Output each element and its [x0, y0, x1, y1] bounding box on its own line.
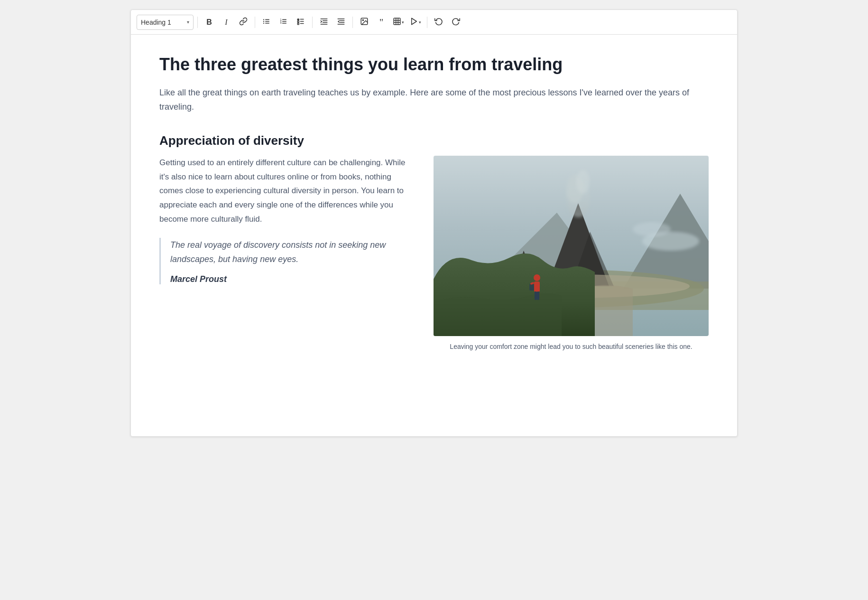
outdent-button[interactable] [333, 15, 349, 30]
svg-text:3.: 3. [280, 21, 282, 24]
bullet-list-icon [262, 17, 271, 28]
video-button[interactable]: ▾ [408, 15, 423, 30]
svg-rect-5 [265, 23, 269, 24]
left-column: Getting used to an entirely different cu… [159, 156, 415, 296]
bullet-list-button[interactable] [259, 15, 274, 30]
toolbar-divider-1 [197, 17, 198, 28]
article-title[interactable]: The three greatest things you learn from… [159, 54, 709, 76]
table-dropdown-arrow: ▾ [402, 20, 404, 25]
svg-rect-9 [282, 21, 286, 22]
link-icon [239, 17, 248, 28]
svg-marker-33 [412, 18, 417, 25]
svg-rect-50 [529, 284, 534, 291]
svg-rect-48 [535, 291, 537, 300]
link-button[interactable] [236, 15, 251, 30]
heading-select[interactable]: Heading 1 ▾ [137, 15, 194, 30]
svg-point-53 [633, 222, 671, 236]
two-column-layout: Getting used to an entirely different cu… [159, 156, 709, 352]
svg-rect-13 [300, 19, 304, 19]
redo-button[interactable] [448, 15, 463, 30]
blockquote-author[interactable]: Marcel Proust [170, 274, 415, 284]
blockquote: The real voyage of discovery consists no… [159, 238, 415, 284]
editor-container: Heading 1 ▾ B I [130, 9, 738, 437]
checklist-button[interactable] [293, 15, 308, 30]
svg-point-27 [362, 19, 363, 20]
heading-select-value: Heading 1 [141, 19, 171, 26]
table-button[interactable]: ▾ [391, 15, 406, 30]
content-area[interactable]: The three greatest things you learn from… [131, 35, 737, 371]
toolbar-divider-4 [352, 17, 353, 28]
checklist-icon [296, 17, 305, 28]
article-intro[interactable]: Like all the great things on earth trave… [159, 85, 709, 114]
svg-rect-16 [297, 23, 299, 24]
svg-rect-7 [282, 19, 286, 20]
image-figure: Leaving your comfort zone might lead you… [434, 156, 709, 352]
figure-caption: Leaving your comfort zone might lead you… [450, 342, 692, 352]
svg-rect-17 [300, 23, 304, 24]
undo-icon [434, 17, 443, 28]
numbered-list-button[interactable]: 1. 2. 3. [276, 15, 291, 30]
undo-button[interactable] [431, 15, 446, 30]
svg-rect-28 [394, 18, 400, 25]
numbered-list-icon: 1. 2. 3. [279, 17, 288, 28]
svg-rect-46 [534, 281, 540, 292]
image-button[interactable] [357, 15, 372, 30]
body-text[interactable]: Getting used to an entirely different cu… [159, 156, 415, 226]
svg-point-47 [534, 274, 540, 281]
editor-toolbar: Heading 1 ▾ B I [131, 10, 737, 35]
svg-rect-49 [537, 291, 539, 300]
svg-rect-14 [297, 21, 299, 22]
svg-rect-1 [265, 19, 269, 20]
bold-button[interactable]: B [202, 15, 217, 30]
svg-rect-11 [282, 23, 286, 24]
video-icon [410, 17, 418, 27]
toolbar-divider-2 [255, 17, 255, 28]
quote-button[interactable]: " [374, 15, 389, 30]
indent-icon [320, 17, 328, 28]
toolbar-divider-5 [427, 17, 427, 28]
right-column: Leaving your comfort zone might lead you… [434, 156, 709, 352]
indent-button[interactable] [316, 15, 332, 30]
section-heading[interactable]: Appreciation of diversity [159, 133, 709, 148]
svg-rect-15 [300, 21, 304, 22]
table-icon [393, 17, 401, 27]
redo-icon [452, 17, 460, 28]
heading-select-chevron: ▾ [187, 19, 189, 25]
toolbar-divider-3 [312, 17, 313, 28]
image-icon [360, 17, 369, 28]
outdent-icon [337, 17, 345, 28]
video-dropdown-arrow: ▾ [419, 20, 421, 25]
svg-point-44 [576, 170, 590, 194]
article-image [434, 156, 709, 336]
svg-rect-3 [265, 21, 269, 22]
blockquote-text[interactable]: The real voyage of discovery consists no… [170, 238, 415, 267]
italic-button[interactable]: I [219, 15, 234, 30]
quote-icon: " [379, 18, 383, 27]
svg-point-4 [263, 22, 264, 23]
svg-point-0 [263, 19, 264, 20]
svg-point-2 [263, 20, 264, 21]
